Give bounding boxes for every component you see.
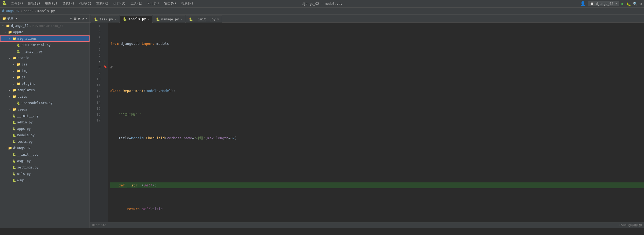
sidebar-close-icon[interactable]: ✕ [86, 17, 87, 20]
user-icon: 👤 [580, 1, 586, 6]
menu-window[interactable]: 窗口(W) [162, 1, 179, 6]
breadcrumb-sep2: › [34, 9, 36, 13]
editor-panel: 🐍 task.py ✕ 🐍 models.py ✕ 🐍 manage.py ✕ … [90, 14, 644, 228]
tab-task[interactable]: 🐍 task.py ✕ [91, 16, 119, 23]
tab-manage-label: manage.py [161, 17, 179, 21]
sidebar-item-models[interactable]: 🐍 models.py [0, 132, 90, 138]
tab-init-close[interactable]: ✕ [217, 17, 219, 21]
sidebar-item-settings[interactable]: 🐍 settings.py [0, 164, 90, 171]
menu-bar[interactable]: 🐍 文件(F) 编辑(E) 视图(V) 导航(N) 代码(C) 重构(R) 运行… [2, 1, 195, 6]
tab-task-icon: 🐍 [94, 17, 98, 21]
sidebar-header: 📁 项目 ▾ ⊕ ☰ ⬒ ⚙ ✕ [0, 14, 90, 23]
tab-bar: 🐍 task.py ✕ 🐍 models.py ✕ 🐍 manage.py ✕ … [90, 14, 644, 23]
tab-init-label: __init__.py [194, 17, 216, 21]
sidebar-item-js[interactable]: ▸ 📁 js [0, 74, 90, 80]
tab-init-icon: 🐍 [189, 17, 193, 21]
main-area: 📁 项目 ▾ ⊕ ☰ ⬒ ⚙ ✕ ▾ 📁 django_02 D:\Python… [0, 14, 644, 228]
sidebar-item-init-app02[interactable]: 🐍 __init__.py [0, 113, 90, 119]
sidebar-item-plugins[interactable]: ▸ 📁 plugins [0, 80, 90, 87]
sidebar-item-utils[interactable]: ▾ 📁 utils [0, 93, 90, 100]
menu-navigate[interactable]: 导航(N) [60, 1, 77, 6]
breadcrumb-part3[interactable]: models.py [38, 9, 55, 13]
sidebar-item-init-migrations[interactable]: 🐍 __init__.py [0, 48, 90, 55]
search-icon2[interactable]: 🔍 [633, 2, 638, 6]
debug-icon[interactable]: 🐛 [626, 2, 631, 6]
menu-vcs[interactable]: VCS(S) [146, 1, 161, 6]
breadcrumb-sep1: › [21, 9, 23, 13]
project-selector[interactable]: 🔲 django_02 ▾ [588, 1, 619, 6]
status-right: CSDN @所谓孤独 [619, 223, 642, 227]
menu-file[interactable]: 文件(F) [9, 1, 25, 6]
status-bar: Userinfo CSDN @所谓孤独 [90, 222, 644, 228]
status-context: Userinfo [92, 223, 106, 227]
sidebar-item-css[interactable]: ▸ 📁 css [0, 61, 90, 68]
tab-manage-close[interactable]: ✕ [180, 17, 182, 21]
app-icon: 🐍 [2, 1, 7, 6]
menu-tools[interactable]: 工具(L) [128, 1, 145, 6]
title-bar: 🐍 文件(F) 编辑(E) 视图(V) 导航(N) 代码(C) 重构(R) 运行… [0, 0, 644, 8]
breadcrumb-part1[interactable]: django_02 [2, 9, 20, 13]
sidebar-item-wsgi[interactable]: 🐍 wsgi... [0, 177, 90, 183]
menu-refactor[interactable]: 重构(R) [94, 1, 111, 6]
status-author: CSDN @所谓孤独 [619, 223, 642, 227]
tab-models-label: models.py [128, 17, 146, 21]
code-line-4: """部门表""" [110, 112, 644, 118]
bookmark-icon: 🔖 [104, 64, 107, 70]
sidebar-item-django02-root[interactable]: ▾ 📁 django_02 D:\Python\django_02 [0, 23, 90, 29]
code-area[interactable]: from django.db import models # class Dep… [108, 23, 644, 228]
sidebar-project-icon: 📁 [2, 17, 6, 20]
sidebar-item-apps[interactable]: 🐍 apps.py [0, 126, 90, 132]
debug-arrow-icon: → [103, 58, 105, 64]
code-line-8: return self.title [110, 206, 644, 212]
sidebar-new-icon[interactable]: ⊕ [70, 17, 72, 20]
settings-icon[interactable]: ⚙ [640, 2, 642, 6]
sidebar-dropdown-icon[interactable]: ▾ [15, 17, 17, 20]
sidebar: 📁 项目 ▾ ⊕ ☰ ⬒ ⚙ ✕ ▾ 📁 django_02 D:\Python… [0, 14, 90, 228]
sidebar-item-tests[interactable]: 🐍 tests.py [0, 138, 90, 145]
sidebar-title: 项目 [7, 16, 14, 21]
gutter: → 🔖 [103, 23, 108, 228]
menu-code[interactable]: 代码(C) [77, 1, 94, 6]
menu-help[interactable]: 帮助(H) [179, 1, 196, 6]
sidebar-item-usermodelform[interactable]: 🐍 UserModelForm.py [0, 100, 90, 106]
sidebar-item-img[interactable]: ▸ 📁 img [0, 68, 90, 74]
sidebar-item-django02-sub[interactable]: ▾ 📁 django_02 [0, 145, 90, 151]
tab-init[interactable]: 🐍 __init__.py ✕ [186, 16, 222, 23]
tab-models-close[interactable]: ✕ [147, 17, 149, 21]
tab-models-icon: 🐍 [123, 17, 127, 21]
sidebar-item-app02[interactable]: ▾ 📁 app02 [0, 29, 90, 35]
breadcrumb-part2[interactable]: app02 [24, 9, 33, 13]
editor[interactable]: 1 2 3 4 5 6 7 8 9 10 11 12 13 14 15 16 1 [90, 23, 644, 228]
window-title: django_02 - models.py [302, 2, 342, 6]
tab-task-close[interactable]: ✕ [115, 17, 117, 21]
menu-view[interactable]: 视图(V) [43, 1, 60, 6]
tab-manage-icon: 🐍 [156, 17, 160, 21]
sidebar-item-templates[interactable]: ▸ 📁 templates [0, 87, 90, 93]
run-icon[interactable]: ▶ [621, 1, 624, 6]
editor-content: 1 2 3 4 5 6 7 8 9 10 11 12 13 14 15 16 1 [90, 23, 644, 228]
sidebar-item-asgi[interactable]: 🐍 asgi.py [0, 158, 90, 164]
tab-manage[interactable]: 🐍 manage.py ✕ [153, 16, 185, 23]
sidebar-item-init-django02[interactable]: 🐍 __init__.py [0, 151, 90, 158]
sidebar-item-static[interactable]: ▾ 📁 static [0, 55, 90, 61]
code-line-3: class Department(models.Model): [110, 88, 644, 94]
code-line-2: # [110, 64, 644, 70]
code-line-7: def __str__(self): [110, 182, 644, 188]
sidebar-item-views[interactable]: ▸ 📁 views [0, 106, 90, 113]
tab-models[interactable]: 🐍 models.py ✕ [120, 16, 152, 23]
sidebar-gear-icon[interactable]: ⚙ [82, 17, 84, 20]
code-line-6 [110, 159, 644, 165]
menu-edit[interactable]: 编辑(E) [26, 1, 43, 6]
line-numbers: 1 2 3 4 5 6 7 8 9 10 11 12 13 14 15 16 1 [90, 23, 103, 228]
breadcrumb: django_02 › app02 › models.py [0, 8, 644, 14]
sidebar-item-admin[interactable]: 🐍 admin.py [0, 119, 90, 126]
sidebar-item-urls[interactable]: 🐍 urls.py [0, 171, 90, 177]
sidebar-collapse-icon[interactable]: ⬒ [78, 17, 80, 20]
window-controls[interactable]: 👤 🔲 django_02 ▾ ▶ 🐛 🔍 ⚙ [580, 1, 642, 6]
sidebar-expand-icon[interactable]: ☰ [74, 17, 77, 20]
menu-run[interactable]: 运行(U) [111, 1, 128, 6]
sidebar-item-migrations[interactable]: ▾ 📁 migrations [0, 35, 90, 42]
code-line-1: from django.db import models [110, 41, 644, 47]
code-line-5: title=models.CharField(verbose_name="标题"… [110, 135, 644, 141]
sidebar-item-0001_initial[interactable]: 🐍 0001_initial.py [0, 42, 90, 48]
